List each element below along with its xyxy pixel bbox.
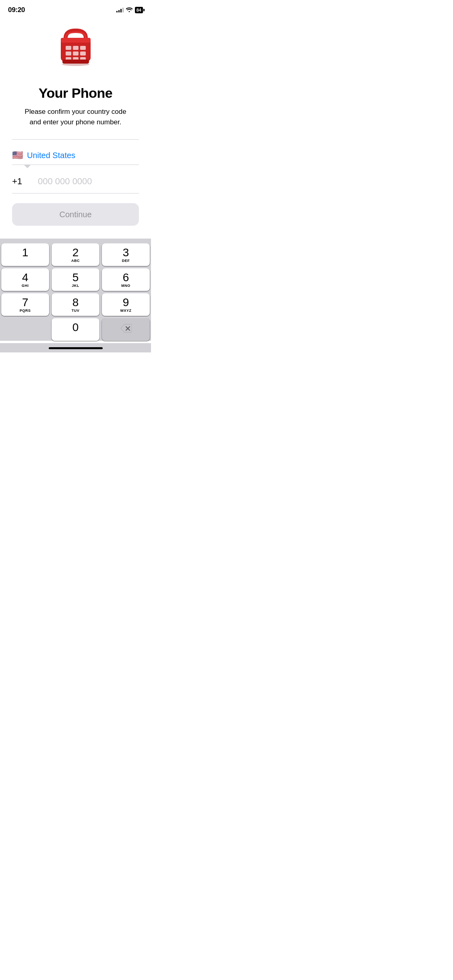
status-bar: 09:20 84 [0,0,151,18]
key-7[interactable]: 7 PQRS [1,293,49,316]
key-4[interactable]: 4 GHI [1,268,49,291]
key-1[interactable]: 1 [1,243,49,266]
keyboard-row-3: 7 PQRS 8 TUV 9 WXYZ [1,293,150,316]
home-bar [49,347,103,349]
phone-emoji [54,26,98,76]
signal-icon [116,8,124,12]
key-3[interactable]: 3 DEF [102,243,150,266]
svg-rect-1 [61,38,91,43]
keyboard-row-2: 4 GHI 5 JKL 6 MNO [1,268,150,291]
wifi-icon [126,7,132,13]
home-indicator [0,343,151,352]
country-divider [12,165,139,165]
svg-point-12 [62,63,89,66]
keyboard-row-1: 1 2 ABC 3 DEF [1,243,150,266]
svg-rect-3 [73,46,79,50]
phone-input-row: +1 [12,170,139,193]
continue-button[interactable]: Continue [12,203,139,226]
country-name: United States [27,151,75,160]
key-9[interactable]: 9 WXYZ [102,293,150,316]
key-delete[interactable] [102,318,150,341]
svg-rect-7 [80,51,86,56]
battery-icon: 84 [135,7,143,13]
page-title: Your Phone [39,85,112,101]
keyboard-row-4: 0 [1,318,150,341]
page-subtitle: Please confirm your country codeand ente… [25,107,126,127]
keyboard: 1 2 ABC 3 DEF 4 GHI 5 JKL 6 MNO 7 PQRS [0,239,151,341]
country-flag: 🇺🇸 [12,150,23,161]
svg-rect-5 [66,51,71,56]
main-content: Your Phone Please confirm your country c… [0,18,151,226]
phone-icon-container [54,26,98,76]
key-6[interactable]: 6 MNO [102,268,150,291]
country-selector[interactable]: 🇺🇸 United States [12,146,139,165]
svg-rect-6 [73,51,79,56]
key-2[interactable]: 2 ABC [52,243,99,266]
phone-input-divider [12,193,139,194]
key-8[interactable]: 8 TUV [52,293,99,316]
delete-icon [120,324,132,335]
svg-rect-2 [66,46,71,50]
top-divider [12,139,139,140]
key-empty [1,318,49,341]
country-code: +1 [12,176,32,187]
svg-rect-4 [80,46,86,50]
phone-number-input[interactable] [38,176,149,187]
status-icons: 84 [116,7,143,13]
key-5[interactable]: 5 JKL [52,268,99,291]
status-time: 09:20 [8,6,25,14]
key-0[interactable]: 0 [52,318,99,341]
